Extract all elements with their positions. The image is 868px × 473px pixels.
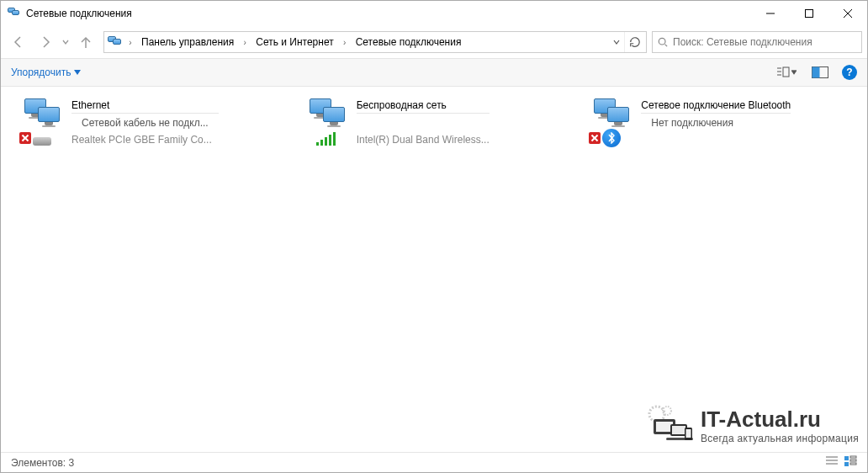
signal-bars-icon (316, 132, 336, 146)
svg-rect-1 (806, 10, 813, 18)
svg-rect-20 (672, 426, 685, 434)
search-input[interactable] (671, 35, 856, 49)
search-box[interactable] (652, 31, 862, 53)
connection-name: Беспроводная сеть (357, 98, 490, 113)
connection-name: Ethernet (71, 98, 219, 113)
navbar: › Панель управления › Сеть и Интернет › … (1, 26, 867, 58)
error-x-icon (19, 132, 31, 144)
chevron-right-icon[interactable]: › (124, 38, 136, 47)
network-connections-icon (108, 35, 123, 50)
connection-status: Нет подключения (641, 113, 791, 133)
help-button[interactable]: ? (842, 65, 857, 80)
search-icon (658, 37, 668, 47)
forward-button[interactable] (33, 30, 58, 54)
bluetooth-icon (589, 98, 636, 146)
address-dropdown[interactable] (609, 32, 624, 52)
connection-name: Сетевое подключение Bluetooth (641, 98, 791, 113)
items-label: Элементов: (11, 457, 66, 469)
chevron-down-icon (791, 70, 797, 75)
app-icon (8, 7, 21, 20)
chevron-right-icon[interactable]: › (339, 38, 351, 47)
items-count: 3 (69, 457, 75, 469)
svg-rect-29 (850, 460, 856, 461)
maximize-button[interactable] (790, 1, 828, 26)
up-button[interactable] (73, 30, 98, 54)
chevron-down-icon (74, 69, 81, 76)
window-title: Сетевые подключения (26, 8, 132, 19)
large-icons-view-button[interactable] (844, 455, 857, 470)
bluetooth-badge-icon (602, 129, 621, 147)
svg-rect-30 (844, 462, 849, 466)
window-controls (751, 1, 867, 26)
preview-pane-button[interactable] (808, 62, 832, 82)
svg-point-5 (659, 38, 665, 45)
connection-bluetooth[interactable]: Сетевое подключение Bluetooth Нет подклю… (589, 98, 849, 146)
organize-label: Упорядочить (11, 66, 71, 78)
history-dropdown[interactable] (60, 39, 71, 45)
back-button[interactable] (6, 30, 31, 54)
connection-ethernet[interactable]: Ethernet Сетевой кабель не подкл... Real… (19, 98, 279, 147)
ethernet-icon (19, 98, 66, 146)
svg-marker-12 (791, 71, 797, 75)
refresh-button[interactable] (624, 32, 644, 52)
details-view-button[interactable] (825, 455, 839, 470)
connection-status: Сетевой кабель не подкл... (71, 113, 219, 133)
address-bar[interactable]: › Панель управления › Сеть и Интернет › … (103, 31, 647, 53)
connection-device: Intel(R) Dual Band Wireless... (357, 133, 490, 147)
svg-rect-31 (850, 463, 856, 465)
titlebar: Сетевые подключения (1, 1, 867, 26)
svg-rect-27 (844, 456, 849, 460)
breadcrumb-network-connections[interactable]: Сетевые подключения (351, 32, 467, 52)
svg-rect-28 (850, 456, 856, 458)
wireless-icon (304, 98, 352, 146)
cable-plug-icon (33, 137, 51, 146)
organize-button[interactable]: Упорядочить (11, 66, 81, 78)
breadcrumb-network-internet[interactable]: Сеть и Интернет (251, 32, 338, 52)
connection-wireless[interactable]: Беспроводная сеть Intel(R) Dual Band Wir… (304, 98, 564, 147)
connection-device: Realtek PCIe GBE Family Co... (71, 133, 219, 147)
view-options-button[interactable] (775, 62, 798, 82)
watermark: IT-Actual.ru Всегда актуальная информаци… (645, 404, 859, 447)
svg-line-6 (665, 45, 668, 47)
connection-status (357, 113, 490, 133)
status-bar: Элементов: 3 (1, 452, 867, 472)
breadcrumb-control-panel[interactable]: Панель управления (136, 32, 239, 52)
toolbar: Упорядочить ? (1, 58, 867, 87)
chevron-right-icon[interactable]: › (239, 38, 251, 47)
watermark-title: IT-Actual.ru (701, 407, 859, 433)
close-button[interactable] (828, 1, 867, 26)
svg-rect-23 (685, 429, 691, 438)
svg-rect-11 (783, 67, 789, 77)
watermark-devices-icon (645, 404, 696, 447)
content-area: Ethernet Сетевой кабель не подкл... Real… (1, 87, 867, 452)
error-x-icon (589, 132, 601, 144)
minimize-button[interactable] (751, 1, 790, 26)
svg-rect-14 (812, 67, 820, 78)
watermark-subtitle: Всегда актуальная информация (701, 433, 859, 444)
svg-marker-7 (74, 70, 81, 75)
